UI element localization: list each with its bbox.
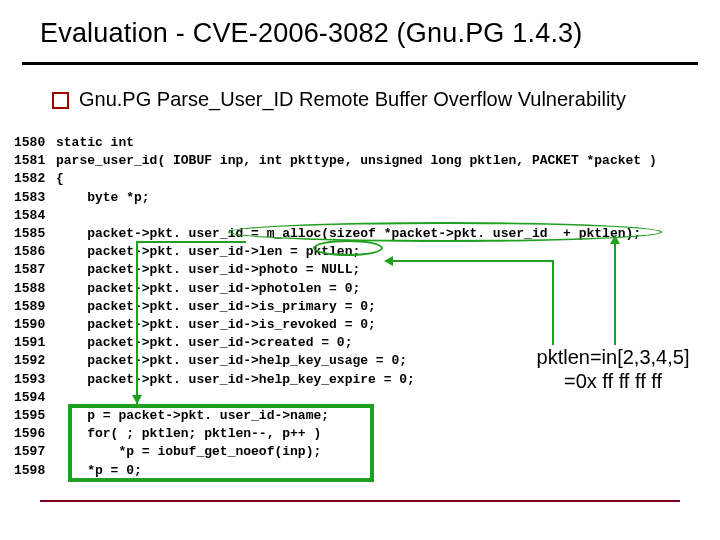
- footer-rule: [40, 500, 680, 502]
- title-underline: [22, 62, 698, 65]
- slide: Evaluation - CVE-2006-3082 (Gnu.PG 1.4.3…: [0, 0, 720, 540]
- highlight-oval-pktlen-len: [313, 240, 383, 256]
- annotation-line1: pktlen=in[2,3,4,5]: [523, 345, 703, 369]
- arrow-line-3h: [136, 241, 246, 243]
- bullet-item: Gnu.PG Parse_User_ID Remote Buffer Overf…: [52, 88, 626, 111]
- highlight-rect-loop: [68, 404, 374, 482]
- arrow-line-2v: [552, 262, 554, 345]
- arrow-line-2h: [392, 260, 554, 262]
- arrowhead-1: [610, 235, 620, 244]
- bullet-text: Gnu.PG Parse_User_ID Remote Buffer Overf…: [79, 88, 626, 111]
- slide-title: Evaluation - CVE-2006-3082 (Gnu.PG 1.4.3…: [40, 18, 583, 49]
- highlight-oval-malloc: [228, 222, 662, 242]
- arrow-line-3v: [136, 243, 138, 404]
- bullet-marker-icon: [52, 92, 69, 109]
- arrowhead-3: [132, 395, 142, 404]
- arrow-line-1: [614, 243, 616, 345]
- arrowhead-2: [384, 256, 393, 266]
- annotation-line2: =0x ff ff ff ff: [523, 369, 703, 393]
- annotation-text: pktlen=in[2,3,4,5] =0x ff ff ff ff: [523, 345, 703, 393]
